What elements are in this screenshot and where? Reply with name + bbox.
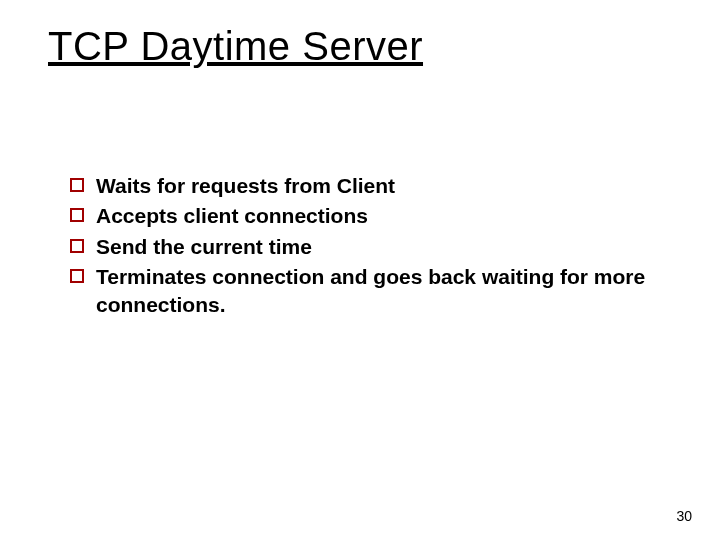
list-item: Send the current time — [70, 233, 660, 261]
bullet-text: Terminates connection and goes back wait… — [96, 263, 660, 320]
page-number: 30 — [676, 508, 692, 524]
list-item: Waits for requests from Client — [70, 172, 660, 200]
bullet-text: Waits for requests from Client — [96, 172, 660, 200]
slide-title: TCP Daytime Server — [48, 24, 423, 69]
bullet-icon — [70, 239, 84, 253]
bullet-icon — [70, 269, 84, 283]
bullet-list: Waits for requests from Client Accepts c… — [70, 170, 660, 322]
bullet-text: Send the current time — [96, 233, 660, 261]
list-item: Accepts client connections — [70, 202, 660, 230]
bullet-text: Accepts client connections — [96, 202, 660, 230]
bullet-icon — [70, 208, 84, 222]
slide: TCP Daytime Server Waits for requests fr… — [0, 0, 720, 540]
bullet-icon — [70, 178, 84, 192]
list-item: Terminates connection and goes back wait… — [70, 263, 660, 320]
